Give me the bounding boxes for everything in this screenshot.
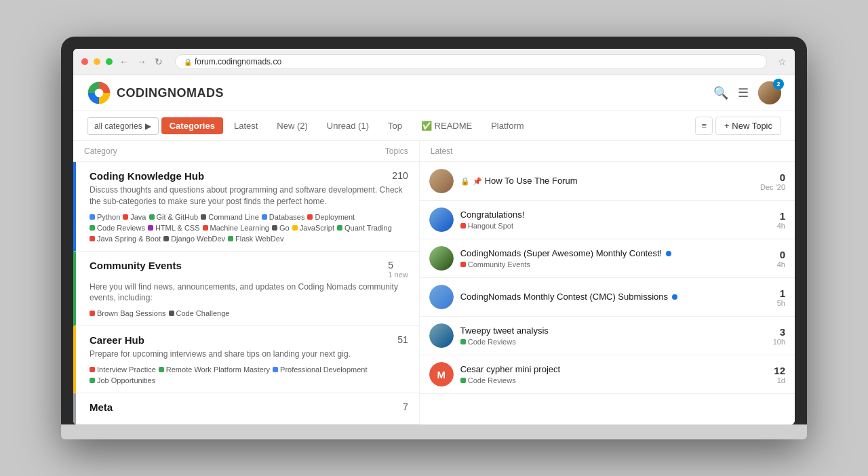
topic-replies: 0 — [758, 249, 785, 260]
tags-row: Brown Bag Sessions Code Challenge — [90, 309, 408, 317]
topic-meta: 1 4h — [758, 210, 785, 230]
tab-platform[interactable]: Platform — [483, 117, 532, 134]
topic-content: CodingNomads Monthly Contest (CMC) Submi… — [460, 292, 751, 303]
topic-title[interactable]: Cesar cypher mini project — [460, 364, 751, 376]
tag-ml[interactable]: Machine Learning — [203, 224, 269, 232]
tag-js[interactable]: JavaScript — [292, 224, 334, 232]
topic-content: Tweepy tweet analysis Code Reviews — [460, 325, 751, 346]
topic-category: Code Reviews — [460, 376, 751, 384]
logo-icon — [87, 81, 111, 105]
screen: ← → ↻ 🔒 forum.codingnomads.co ☆ — [73, 49, 795, 424]
logo-text: CODINGNOMADS — [117, 86, 224, 100]
tab-unread[interactable]: Unread (1) — [319, 117, 377, 134]
topic-title[interactable]: Congratulations! — [460, 210, 751, 221]
topic-title[interactable]: CodingNomads (Super Awesome) Monthly Con… — [460, 248, 751, 260]
topic-content: 🔒 📌 How To Use The Forum — [460, 176, 751, 187]
tag-python[interactable]: Python — [90, 213, 120, 221]
category-count: 51 — [397, 334, 408, 345]
tag-spring[interactable]: Java Spring & Boot — [90, 235, 161, 243]
category-name[interactable]: Coding Knowledge Hub — [90, 170, 204, 182]
search-icon[interactable]: 🔍 — [713, 85, 728, 100]
menu-icon[interactable]: ☰ — [738, 85, 749, 100]
logo[interactable]: CODINGNOMADS — [87, 81, 224, 105]
category-name[interactable]: Career Hub — [90, 334, 144, 346]
tag-go[interactable]: Go — [272, 224, 290, 232]
topic-item: CodingNomads (Super Awesome) Monthly Con… — [420, 239, 795, 278]
tab-top[interactable]: Top — [380, 117, 410, 134]
tag-code-challenge[interactable]: Code Challenge — [169, 309, 230, 317]
category-career-hub: Career Hub 51 Prepare for upcoming inter… — [73, 326, 419, 393]
tag-brown-bag[interactable]: Brown Bag Sessions — [90, 309, 166, 317]
category-name[interactable]: Community Events — [90, 260, 182, 271]
address-bar[interactable]: 🔒 forum.codingnomads.co — [175, 54, 767, 69]
new-indicator — [666, 251, 671, 256]
topic-category: Code Reviews — [460, 338, 751, 346]
all-categories-dropdown[interactable]: all categories ▶ — [87, 117, 159, 135]
bookmark-icon[interactable]: ☆ — [778, 56, 787, 67]
topic-replies: 1 — [758, 287, 785, 299]
topic-meta: 0 Dec '20 — [758, 172, 785, 191]
minimize-btn[interactable] — [94, 58, 100, 65]
topic-meta: 1 5h — [758, 287, 785, 307]
topic-title[interactable]: 🔒 📌 How To Use The Forum — [460, 176, 751, 187]
topic-content: Cesar cypher mini project Code Reviews — [460, 364, 751, 385]
tab-readme[interactable]: ✅ README — [413, 117, 480, 134]
topic-replies: 1 — [758, 210, 785, 222]
tag-deployment[interactable]: Deployment — [307, 213, 355, 221]
topic-title[interactable]: Tweepy tweet analysis — [460, 325, 751, 337]
category-name[interactable]: Meta — [90, 401, 113, 413]
tag-django[interactable]: Django WebDev — [163, 235, 225, 243]
tag-flask[interactable]: Flask WebDev — [228, 235, 283, 243]
tag-quant[interactable]: Quant Trading — [337, 224, 392, 232]
topic-time: Dec '20 — [758, 183, 785, 191]
tab-categories[interactable]: Categories — [161, 117, 223, 134]
topic-meta: 12 1d — [758, 365, 785, 384]
topic-replies: 12 — [758, 365, 785, 376]
tag-remote-work[interactable]: Remote Work Platform Mastery — [159, 365, 270, 374]
tags-row: Interview Practice Remote Work Platform … — [90, 365, 408, 384]
topic-avatar: M — [429, 362, 454, 386]
category-meta: Meta 7 — [73, 393, 419, 424]
avatar-wrapper[interactable]: 2 — [758, 81, 781, 104]
tag-interview[interactable]: Interview Practice — [90, 365, 156, 374]
notification-badge: 2 — [773, 79, 784, 90]
topic-time: 10h — [758, 338, 785, 346]
topic-time: 4h — [758, 222, 785, 230]
tag-prof-dev[interactable]: Professional Development — [273, 365, 367, 374]
lock-icon: 🔒 — [184, 58, 192, 66]
forward-button[interactable]: → — [136, 56, 148, 67]
topic-time: 4h — [758, 260, 785, 269]
category-description: Discuss thoughts and questions about pro… — [90, 184, 408, 207]
new-topic-button[interactable]: + New Topic — [715, 117, 781, 135]
refresh-button[interactable]: ↻ — [153, 56, 164, 67]
topic-time: 1d — [758, 376, 785, 384]
tag-databases[interactable]: Databases — [262, 213, 305, 221]
tag-jobs[interactable]: Job Opportunities — [90, 376, 155, 384]
settings-icon-button[interactable]: ≡ — [695, 117, 713, 135]
tab-latest[interactable]: Latest — [226, 117, 266, 134]
tag-git[interactable]: Git & GitHub — [149, 213, 199, 221]
category-new: 1 new — [388, 271, 408, 279]
tab-new[interactable]: New (2) — [269, 117, 316, 134]
category-coding-knowledge-hub: Coding Knowledge Hub 210 Discuss thought… — [73, 162, 419, 252]
categories-col-header: Category Topics — [73, 141, 419, 162]
new-indicator — [672, 294, 677, 300]
back-button[interactable]: ← — [118, 56, 130, 67]
tag-code-reviews[interactable]: Code Reviews — [90, 224, 145, 232]
tag-html-css[interactable]: HTML & CSS — [148, 224, 200, 232]
tag-java[interactable]: Java — [123, 213, 146, 221]
topic-avatar — [429, 207, 454, 232]
category-count: 5 — [388, 260, 408, 271]
category-count: 210 — [392, 170, 408, 181]
chevron-right-icon: ▶ — [145, 121, 151, 131]
category-count: 7 — [403, 401, 408, 412]
category-community-events: Community Events 5 1 new Here you will f… — [73, 252, 419, 327]
topic-title[interactable]: CodingNomads Monthly Contest (CMC) Submi… — [460, 292, 751, 303]
topic-category: Hangout Spot — [460, 222, 751, 230]
topic-time: 5h — [758, 299, 785, 307]
maximize-btn[interactable] — [106, 58, 113, 65]
tag-command-line[interactable]: Command Line — [201, 213, 259, 221]
topic-item: CodingNomads Monthly Contest (CMC) Submi… — [420, 278, 795, 317]
close-btn[interactable] — [81, 58, 88, 65]
topic-replies: 0 — [758, 172, 785, 183]
